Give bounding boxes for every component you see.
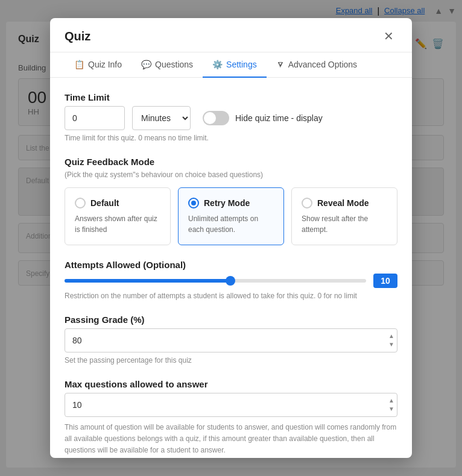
max-questions-up[interactable]: ▲ [388, 397, 395, 404]
tab-settings[interactable]: ⚙️ Settings [203, 52, 267, 78]
modal-dialog: Quiz ✕ 📋 Quiz Info 💬 Questions ⚙️ Settin… [50, 18, 412, 458]
feedback-reveal-card[interactable]: Reveal Mode Show result after the attemp… [291, 187, 397, 245]
time-limit-title: Time Limit [65, 92, 397, 102]
slider-container: 10 [65, 274, 397, 288]
tab-settings-label: Settings [226, 60, 257, 69]
feedback-retry-desc: Unlimited attempts on each question. [188, 213, 274, 235]
time-limit-hint: Time limit for this quiz. 0 means no tim… [65, 134, 397, 142]
slider-thumb[interactable] [226, 276, 235, 286]
feedback-default-desc: Answers shown after quiz is finished [75, 213, 160, 235]
hide-time-toggle[interactable] [203, 111, 229, 125]
slider-fill [65, 279, 230, 283]
feedback-mode-section: Quiz Feedback Mode (Pick the quiz system… [65, 157, 397, 245]
max-questions-input-wrap: ▲ ▼ [65, 393, 397, 417]
quiz-info-icon: 📋 [74, 60, 84, 69]
tab-quiz-info-label: Quiz Info [88, 60, 122, 69]
feedback-default-radio [75, 198, 86, 208]
close-button[interactable]: ✕ [380, 29, 397, 43]
feedback-default-card[interactable]: Default Answers shown after quiz is fini… [65, 187, 171, 245]
modal-title: Quiz [65, 30, 90, 43]
tab-advanced-options[interactable]: ⛛ Advanced Options [267, 52, 367, 78]
modal-body: Time Limit Minutes Hours Seconds Hide qu… [50, 78, 412, 458]
feedback-reveal-title: Reveal Mode [317, 198, 369, 208]
toggle-row: Hide quiz time - display [203, 111, 323, 125]
feedback-reveal-desc: Show result after the attempt. [302, 213, 387, 235]
settings-icon: ⚙️ [212, 60, 223, 69]
tab-quiz-info[interactable]: 📋 Quiz Info [65, 52, 131, 78]
time-limit-input[interactable] [65, 106, 125, 130]
max-questions-input[interactable] [65, 393, 397, 417]
feedback-mode-title: Quiz Feedback Mode [65, 157, 397, 167]
max-questions-title: Max questions allowed to answer [65, 379, 397, 389]
feedback-retry-card[interactable]: Retry Mode Unlimited attempts on each qu… [178, 187, 284, 245]
slider-track [65, 279, 366, 283]
time-limit-row: Minutes Hours Seconds Hide quiz time - d… [65, 106, 397, 130]
passing-grade-input-wrap: ▲ ▼ [65, 328, 397, 352]
modal-header: Quiz ✕ [50, 18, 412, 52]
max-questions-section: Max questions allowed to answer ▲ ▼ This… [65, 379, 397, 457]
slider-value: 10 [373, 274, 397, 288]
time-unit-select[interactable]: Minutes Hours Seconds [132, 106, 191, 130]
feedback-retry-title: Retry Mode [204, 198, 250, 208]
passing-grade-up[interactable]: ▲ [388, 333, 395, 340]
time-limit-section: Time Limit Minutes Hours Seconds Hide qu… [65, 92, 397, 142]
feedback-reveal-radio [302, 198, 312, 208]
feedback-default-title: Default [90, 198, 119, 208]
tab-advanced-label: Advanced Options [288, 60, 357, 69]
feedback-retry-radio [188, 198, 199, 208]
tab-questions[interactable]: 💬 Questions [131, 52, 203, 78]
attempts-hint: Restriction on the number of attempts a … [65, 292, 397, 300]
passing-grade-down[interactable]: ▼ [388, 341, 395, 348]
feedback-retry-header: Retry Mode [188, 198, 274, 208]
feedback-reveal-header: Reveal Mode [302, 198, 387, 208]
feedback-default-header: Default [75, 198, 160, 208]
questions-icon: 💬 [141, 60, 151, 69]
attempts-section: Attempts Allowed (Optional) 10 Restricti… [65, 260, 397, 300]
max-questions-down[interactable]: ▼ [388, 406, 395, 413]
passing-grade-title: Passing Grade (%) [65, 315, 397, 325]
feedback-mode-desc: (Pick the quiz system"s behaviour on cho… [65, 171, 397, 179]
max-questions-arrows: ▲ ▼ [388, 397, 395, 413]
modal-overlay: Quiz ✕ 📋 Quiz Info 💬 Questions ⚙️ Settin… [0, 0, 462, 476]
attempts-title: Attempts Allowed (Optional) [65, 260, 397, 270]
passing-grade-section: Passing Grade (%) ▲ ▼ Set the passing pe… [65, 315, 397, 365]
tab-questions-label: Questions [155, 60, 193, 69]
feedback-mode-cards: Default Answers shown after quiz is fini… [65, 187, 397, 245]
filter-icon: ⛛ [276, 60, 285, 69]
max-questions-desc: This amount of question will be availabl… [65, 422, 397, 457]
tabs-container: 📋 Quiz Info 💬 Questions ⚙️ Settings ⛛ Ad… [50, 52, 412, 78]
passing-grade-arrows: ▲ ▼ [388, 333, 395, 348]
passing-grade-hint: Set the passing percentage for this quiz [65, 356, 397, 365]
hide-time-label: Hide quiz time - display [235, 113, 323, 123]
passing-grade-input[interactable] [65, 328, 397, 352]
